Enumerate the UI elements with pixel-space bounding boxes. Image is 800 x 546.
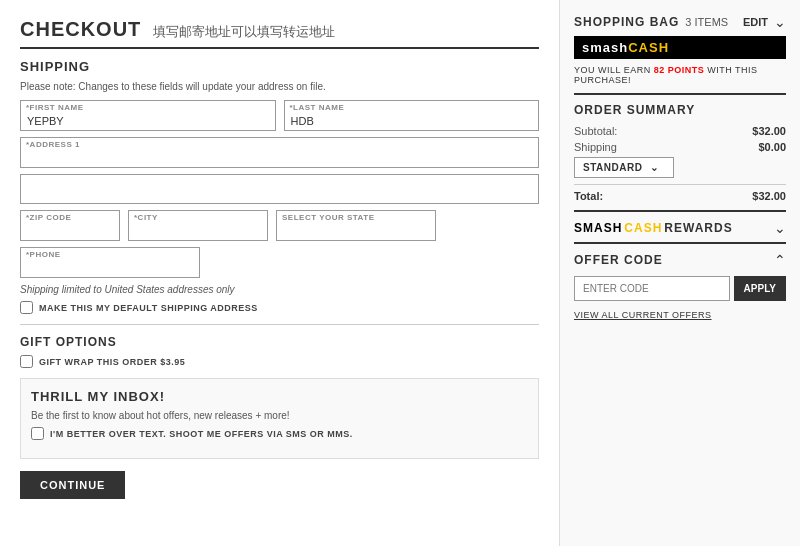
shipping-note-text: Please note: Changes to these fields wil…: [20, 80, 539, 94]
gift-wrap-label: GIFT WRAP THIS ORDER $3.95: [39, 357, 185, 367]
rewards-chevron-icon: ⌄: [774, 220, 786, 236]
phone-row: *PHONE: [20, 247, 539, 278]
total-value: $32.00: [752, 190, 786, 202]
smash-text: smash: [582, 40, 628, 55]
subtotal-value: $32.00: [752, 125, 786, 137]
shipping-value: $0.00: [758, 141, 786, 153]
bag-chevron-icon[interactable]: ⌄: [774, 14, 786, 30]
thrill-section: THRILL MY INBOX! Be the first to know ab…: [20, 378, 539, 459]
default-address-row[interactable]: MAKE THIS MY DEFAULT SHIPPING ADDRESS: [20, 301, 539, 314]
cash-text: CASH: [628, 40, 669, 55]
rewards-title: smashCASH REWARDS: [574, 221, 733, 235]
total-label: Total:: [574, 190, 603, 202]
apply-button[interactable]: APPLY: [734, 276, 786, 301]
offer-code-title: OFFER CODE: [574, 253, 663, 267]
bag-items-count: 3 ITEMS: [685, 16, 728, 28]
phone-label: *PHONE: [26, 250, 61, 259]
rewards-section: smashCASH REWARDS ⌄: [574, 210, 786, 236]
checkout-subtitle: 填写邮寄地址可以填写转运地址: [153, 23, 335, 41]
default-address-label: MAKE THIS MY DEFAULT SHIPPING ADDRESS: [39, 303, 258, 313]
rewards-smash: smash: [574, 221, 622, 235]
subtotal-label: Subtotal:: [574, 125, 617, 137]
offer-code-header[interactable]: OFFER CODE ⌃: [574, 252, 786, 268]
phone-field[interactable]: *PHONE: [20, 247, 200, 278]
bag-edit-button[interactable]: EDIT: [743, 16, 768, 28]
offer-code-input[interactable]: [574, 276, 730, 301]
offer-code-input-row: APPLY: [574, 276, 786, 301]
rewards-label: REWARDS: [664, 221, 732, 235]
divider-1: [20, 324, 539, 325]
rewards-cash: CASH: [624, 221, 662, 235]
gift-wrap-row[interactable]: GIFT WRAP THIS ORDER $3.95: [20, 355, 539, 368]
zip-city-state-row: *ZIP CODE *CITY SELECT YOUR STATE: [20, 210, 539, 241]
zip-field[interactable]: *ZIP CODE: [20, 210, 120, 241]
shipping-section-label: SHIPPING: [20, 59, 539, 74]
first-name-label: *FIRST NAME: [26, 103, 84, 112]
city-label: *CITY: [134, 213, 158, 222]
shipping-label: Shipping: [574, 141, 617, 153]
default-address-checkbox[interactable]: [20, 301, 33, 314]
shipping-dropdown-chevron: ⌄: [650, 162, 659, 173]
subtotal-row: Subtotal: $32.00: [574, 125, 786, 137]
address1-label: *ADDRESS 1: [26, 140, 80, 149]
us-only-note: Shipping limited to United States addres…: [20, 284, 539, 295]
gift-options-label: GIFT OPTIONS: [20, 335, 539, 349]
earn-prefix: YOU WILL EARN: [574, 65, 651, 75]
checkout-title: CHECKOUT: [20, 18, 141, 41]
smashcash-banner: smashCASH: [574, 36, 786, 59]
thrill-desc: Be the first to know about hot offers, n…: [31, 410, 528, 421]
shopping-bag-header: SHOPPING BAG 3 ITEMS EDIT ⌄: [574, 14, 786, 30]
rewards-header[interactable]: smashCASH REWARDS ⌄: [574, 220, 786, 236]
order-summary-title: ORDER SUMMARY: [574, 93, 786, 117]
address2-field[interactable]: [20, 174, 539, 204]
sms-checkbox[interactable]: [31, 427, 44, 440]
smashcash-earn: YOU WILL EARN 82 POINTS WITH THIS PURCHA…: [574, 65, 786, 85]
shipping-dropdown[interactable]: STANDARD ⌄: [574, 157, 674, 178]
shopping-bag-title: SHOPPING BAG: [574, 15, 679, 29]
last-name-field[interactable]: *LAST NAME: [284, 100, 540, 131]
address1-row: *ADDRESS 1: [20, 137, 539, 168]
shipping-option-label: STANDARD: [583, 162, 642, 173]
city-field[interactable]: *CITY: [128, 210, 268, 241]
shipping-row: Shipping $0.00: [574, 141, 786, 153]
gift-wrap-checkbox[interactable]: [20, 355, 33, 368]
first-name-field[interactable]: *FIRST NAME: [20, 100, 276, 131]
view-all-offers-link[interactable]: VIEW ALL CURRENT OFFERS: [574, 310, 712, 320]
state-field[interactable]: SELECT YOUR STATE: [276, 210, 436, 241]
name-row: *FIRST NAME *LAST NAME: [20, 100, 539, 131]
offer-code-section: OFFER CODE ⌃ APPLY VIEW ALL CURRENT OFFE…: [574, 242, 786, 321]
sms-label: I'M BETTER OVER TEXT. SHOOT ME OFFERS VI…: [50, 429, 353, 439]
continue-button[interactable]: CONTINUE: [20, 471, 125, 499]
checkout-form: CHECKOUT 填写邮寄地址可以填写转运地址 SHIPPING Please …: [0, 0, 560, 546]
sidebar: SHOPPING BAG 3 ITEMS EDIT ⌄ smashCASH YO…: [560, 0, 800, 546]
earn-points: 82 POINTS: [654, 65, 705, 75]
checkout-header: CHECKOUT 填写邮寄地址可以填写转运地址: [20, 18, 539, 49]
last-name-label: *LAST NAME: [290, 103, 345, 112]
state-label: SELECT YOUR STATE: [282, 213, 375, 222]
sms-row[interactable]: I'M BETTER OVER TEXT. SHOOT ME OFFERS VI…: [31, 427, 528, 440]
shipping-select-row[interactable]: STANDARD ⌄: [574, 157, 786, 178]
total-row: Total: $32.00: [574, 184, 786, 202]
thrill-title: THRILL MY INBOX!: [31, 389, 528, 404]
address2-row: [20, 174, 539, 204]
address2-input[interactable]: [20, 174, 539, 204]
address1-field[interactable]: *ADDRESS 1: [20, 137, 539, 168]
zip-label: *ZIP CODE: [26, 213, 71, 222]
address1-input[interactable]: [20, 137, 539, 168]
offer-code-chevron-icon: ⌃: [774, 252, 786, 268]
